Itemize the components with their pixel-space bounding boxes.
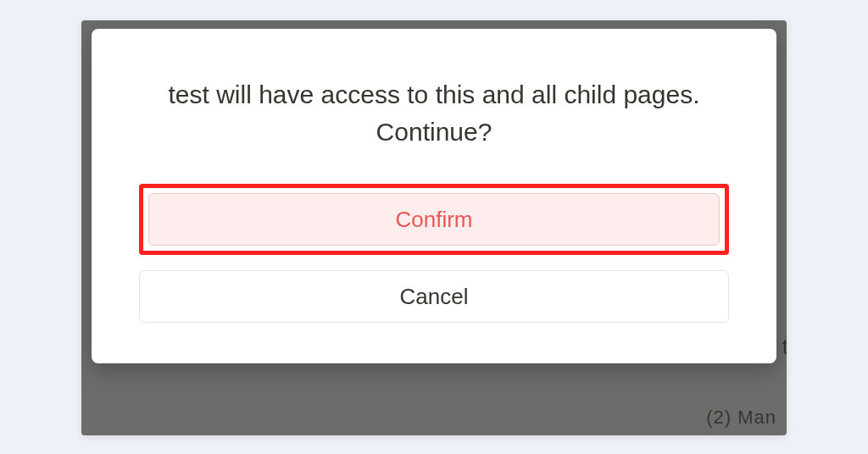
confirm-highlight-box: Confirm	[139, 184, 729, 255]
confirmation-dialog: test will have access to this and all ch…	[92, 29, 776, 363]
obscured-background-text: t	[782, 334, 787, 360]
dialog-button-group: Confirm Cancel	[139, 184, 729, 323]
dialog-message: test will have access to this and all ch…	[139, 76, 729, 150]
cancel-button[interactable]: Cancel	[139, 270, 729, 323]
obscured-background-text: (2) Man	[706, 407, 776, 429]
confirm-button[interactable]: Confirm	[148, 193, 720, 246]
modal-backdrop: t (2) Man test will have access to this …	[81, 20, 787, 435]
